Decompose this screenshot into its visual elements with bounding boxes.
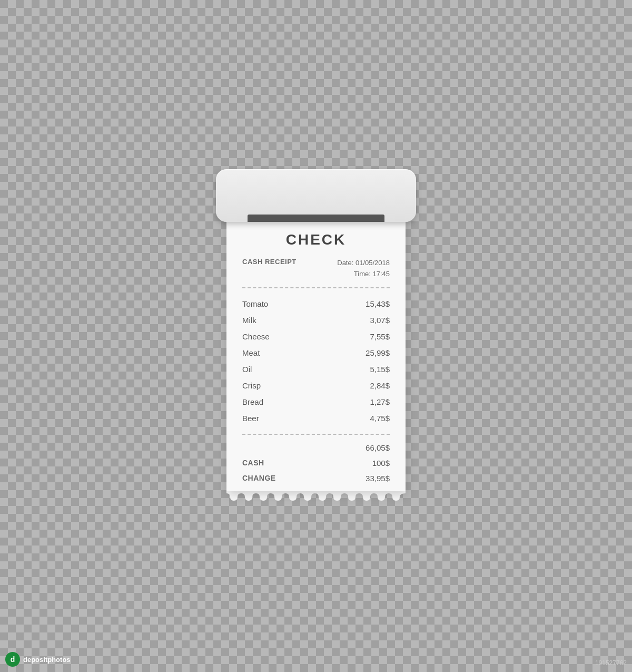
item-name: Cheese — [242, 332, 270, 341]
item-name: Milk — [242, 316, 256, 325]
item-price: 3,07$ — [370, 316, 390, 325]
item-row: Bread1,27$ — [242, 394, 390, 410]
cash-receipt-label: CASH RECEIPT — [242, 258, 297, 266]
cash-value: 100$ — [372, 459, 390, 468]
item-row: Beer4,75$ — [242, 410, 390, 426]
item-name: Tomato — [242, 299, 268, 308]
item-row: Meat25,99$ — [242, 345, 390, 361]
cash-label: CASH — [242, 459, 264, 467]
printer — [216, 169, 416, 222]
divider-top — [242, 287, 390, 288]
item-row: Tomato15,43$ — [242, 296, 390, 312]
receipt-paper: CHECK CASH RECEIPT Date: 01/05/2018 Time… — [226, 221, 406, 491]
item-price: 2,84$ — [370, 381, 390, 390]
receipt-header: CASH RECEIPT Date: 01/05/2018 Time: 17:4… — [242, 258, 390, 280]
item-name: Oil — [242, 365, 252, 374]
item-price: 1,27$ — [370, 397, 390, 406]
divider-bottom — [242, 434, 390, 435]
printer-slot — [248, 215, 384, 222]
item-name: Beer — [242, 414, 259, 423]
receipt-title: CHECK — [242, 231, 390, 248]
item-price: 4,75$ — [370, 414, 390, 423]
cash-row: CASH 100$ — [242, 455, 390, 471]
logo-letter: d — [11, 655, 15, 664]
scallop-bottom — [226, 491, 406, 503]
logo-icon: d — [5, 652, 20, 667]
date-line: Date: 01/05/2018 — [337, 258, 390, 269]
logo-text: depositphotos — [23, 656, 71, 664]
total-amount: 66,05$ — [366, 443, 390, 452]
deposit-logo: d depositphotos — [5, 652, 71, 667]
item-price: 5,15$ — [370, 365, 390, 374]
image-id: 191527762 — [595, 659, 627, 667]
item-price: 15,43$ — [366, 299, 390, 308]
item-name: Meat — [242, 348, 260, 357]
item-row: Oil5,15$ — [242, 361, 390, 377]
time-line: Time: 17:45 — [337, 269, 390, 280]
scene: CHECK CASH RECEIPT Date: 01/05/2018 Time… — [216, 169, 416, 503]
item-name: Bread — [242, 397, 263, 406]
change-row: CHANGE 33,95$ — [242, 471, 390, 486]
item-price: 7,55$ — [370, 332, 390, 341]
item-row: Crisp2,84$ — [242, 377, 390, 394]
total-section: 66,05$ CASH 100$ CHANGE 33,95$ — [242, 440, 390, 486]
change-label: CHANGE — [242, 474, 276, 482]
item-row: Cheese7,55$ — [242, 328, 390, 345]
change-value: 33,95$ — [366, 474, 390, 483]
item-row: Milk3,07$ — [242, 312, 390, 328]
total-row: 66,05$ — [242, 440, 390, 455]
item-name: Crisp — [242, 381, 261, 390]
items-list: Tomato15,43$Milk3,07$Cheese7,55$Meat25,9… — [242, 296, 390, 426]
item-price: 25,99$ — [366, 348, 390, 357]
date-time-block: Date: 01/05/2018 Time: 17:45 — [337, 258, 390, 280]
